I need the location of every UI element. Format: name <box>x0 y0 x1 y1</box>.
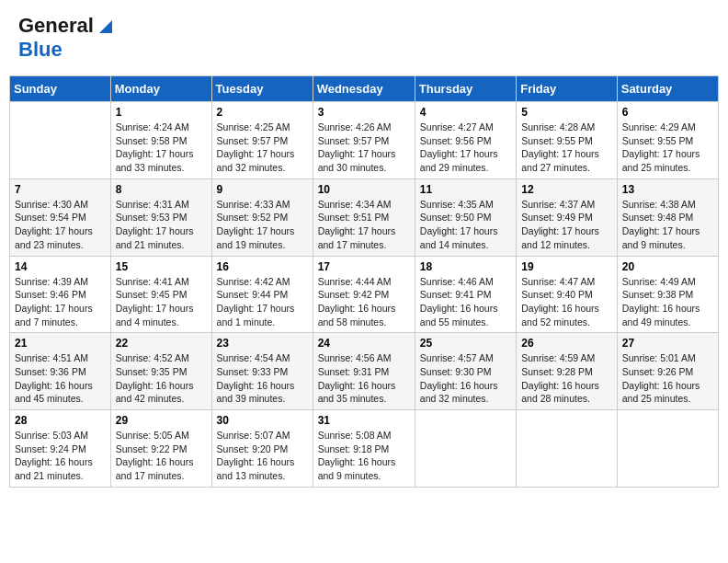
day-info: Sunrise: 4:41 AMSunset: 9:45 PMDaylight:… <box>116 275 207 329</box>
day-number: 16 <box>217 260 308 273</box>
calendar-cell: 31 Sunrise: 5:08 AMSunset: 9:18 PMDaylig… <box>313 410 415 488</box>
calendar-table: SundayMondayTuesdayWednesdayThursdayFrid… <box>9 75 719 488</box>
day-info: Sunrise: 5:08 AMSunset: 9:18 PMDaylight:… <box>318 429 410 483</box>
day-info: Sunrise: 4:59 AMSunset: 9:28 PMDaylight:… <box>521 351 612 406</box>
day-number: 13 <box>622 183 713 196</box>
calendar-cell: 27 Sunrise: 5:01 AMSunset: 9:26 PMDaylig… <box>617 333 718 410</box>
calendar-cell: 21 Sunrise: 4:51 AMSunset: 9:36 PMDaylig… <box>10 333 111 410</box>
day-number: 22 <box>116 337 207 350</box>
calendar-cell: 7 Sunrise: 4:30 AMSunset: 9:54 PMDayligh… <box>10 178 111 256</box>
day-info: Sunrise: 4:37 AMSunset: 9:49 PMDaylight:… <box>521 198 612 252</box>
calendar-cell: 24 Sunrise: 4:56 AMSunset: 9:31 PMDaylig… <box>313 333 415 410</box>
day-number: 12 <box>521 183 612 196</box>
day-info: Sunrise: 4:56 AMSunset: 9:31 PMDaylight:… <box>318 351 410 406</box>
day-info: Sunrise: 4:44 AMSunset: 9:42 PMDaylight:… <box>318 275 410 329</box>
calendar-cell: 29 Sunrise: 5:05 AMSunset: 9:22 PMDaylig… <box>110 410 211 488</box>
day-number: 21 <box>15 337 106 350</box>
day-info: Sunrise: 4:47 AMSunset: 9:40 PMDaylight:… <box>521 275 612 329</box>
day-info: Sunrise: 4:42 AMSunset: 9:44 PMDaylight:… <box>217 275 308 329</box>
day-info: Sunrise: 5:07 AMSunset: 9:20 PMDaylight:… <box>217 429 308 483</box>
calendar-cell: 23 Sunrise: 4:54 AMSunset: 9:33 PMDaylig… <box>211 333 313 410</box>
calendar-cell: 16 Sunrise: 4:42 AMSunset: 9:44 PMDaylig… <box>211 256 313 333</box>
calendar-cell: 18 Sunrise: 4:46 AMSunset: 9:41 PMDaylig… <box>415 256 516 333</box>
day-info: Sunrise: 4:34 AMSunset: 9:51 PMDaylight:… <box>318 198 410 252</box>
day-number: 11 <box>420 183 511 196</box>
calendar-cell: 3 Sunrise: 4:26 AMSunset: 9:57 PMDayligh… <box>313 102 415 179</box>
calendar-cell <box>415 410 516 488</box>
day-info: Sunrise: 5:05 AMSunset: 9:22 PMDaylight:… <box>116 429 207 483</box>
day-number: 9 <box>217 183 308 196</box>
calendar-cell: 22 Sunrise: 4:52 AMSunset: 9:35 PMDaylig… <box>110 333 211 410</box>
day-number: 31 <box>318 414 410 427</box>
calendar-week-row: 28 Sunrise: 5:03 AMSunset: 9:24 PMDaylig… <box>10 410 719 488</box>
calendar-week-row: 14 Sunrise: 4:39 AMSunset: 9:46 PMDaylig… <box>10 256 719 333</box>
calendar-cell: 26 Sunrise: 4:59 AMSunset: 9:28 PMDaylig… <box>517 333 618 410</box>
day-number: 7 <box>15 183 106 196</box>
day-number: 8 <box>116 183 207 196</box>
day-info: Sunrise: 4:54 AMSunset: 9:33 PMDaylight:… <box>217 351 308 406</box>
col-header-tuesday: Tuesday <box>211 76 313 102</box>
day-info: Sunrise: 4:52 AMSunset: 9:35 PMDaylight:… <box>116 351 207 406</box>
col-header-saturday: Saturday <box>617 76 718 102</box>
day-number: 24 <box>318 337 410 350</box>
calendar-cell: 1 Sunrise: 4:24 AMSunset: 9:58 PMDayligh… <box>110 102 211 179</box>
day-number: 26 <box>521 337 612 350</box>
logo-arrow-icon <box>96 17 112 33</box>
logo-blue-text: Blue <box>18 38 63 61</box>
day-info: Sunrise: 4:57 AMSunset: 9:30 PMDaylight:… <box>420 351 511 406</box>
calendar-cell: 13 Sunrise: 4:38 AMSunset: 9:48 PMDaylig… <box>617 178 718 256</box>
calendar-week-row: 7 Sunrise: 4:30 AMSunset: 9:54 PMDayligh… <box>10 178 719 256</box>
day-info: Sunrise: 4:29 AMSunset: 9:55 PMDaylight:… <box>622 121 713 175</box>
day-number: 20 <box>622 260 713 273</box>
day-number: 6 <box>622 106 713 119</box>
day-number: 19 <box>521 260 612 273</box>
calendar-cell: 8 Sunrise: 4:31 AMSunset: 9:53 PMDayligh… <box>110 178 211 256</box>
calendar-cell: 2 Sunrise: 4:25 AMSunset: 9:57 PMDayligh… <box>211 102 313 179</box>
col-header-wednesday: Wednesday <box>313 76 415 102</box>
calendar-cell <box>517 410 618 488</box>
calendar-cell: 4 Sunrise: 4:27 AMSunset: 9:56 PMDayligh… <box>415 102 516 179</box>
day-info: Sunrise: 4:51 AMSunset: 9:36 PMDaylight:… <box>15 351 106 406</box>
col-header-sunday: Sunday <box>10 76 111 102</box>
calendar-cell: 10 Sunrise: 4:34 AMSunset: 9:51 PMDaylig… <box>313 178 415 256</box>
day-info: Sunrise: 5:01 AMSunset: 9:26 PMDaylight:… <box>622 351 713 406</box>
day-number: 25 <box>420 337 511 350</box>
day-info: Sunrise: 4:27 AMSunset: 9:56 PMDaylight:… <box>420 121 511 175</box>
calendar-cell: 30 Sunrise: 5:07 AMSunset: 9:20 PMDaylig… <box>211 410 313 488</box>
col-header-thursday: Thursday <box>415 76 516 102</box>
calendar-cell: 5 Sunrise: 4:28 AMSunset: 9:55 PMDayligh… <box>517 102 618 179</box>
day-info: Sunrise: 4:28 AMSunset: 9:55 PMDaylight:… <box>521 121 612 175</box>
day-number: 29 <box>116 414 207 427</box>
calendar-cell <box>617 410 718 488</box>
day-info: Sunrise: 5:03 AMSunset: 9:24 PMDaylight:… <box>15 429 106 483</box>
day-number: 23 <box>217 337 308 350</box>
day-info: Sunrise: 4:33 AMSunset: 9:52 PMDaylight:… <box>217 198 308 252</box>
calendar-cell: 17 Sunrise: 4:44 AMSunset: 9:42 PMDaylig… <box>313 256 415 333</box>
page-header: General Blue <box>9 9 719 66</box>
day-number: 30 <box>217 414 308 427</box>
col-header-monday: Monday <box>110 76 211 102</box>
day-number: 18 <box>420 260 511 273</box>
calendar-cell: 25 Sunrise: 4:57 AMSunset: 9:30 PMDaylig… <box>415 333 516 410</box>
calendar-cell: 9 Sunrise: 4:33 AMSunset: 9:52 PMDayligh… <box>211 178 313 256</box>
day-info: Sunrise: 4:35 AMSunset: 9:50 PMDaylight:… <box>420 198 511 252</box>
day-info: Sunrise: 4:24 AMSunset: 9:58 PMDaylight:… <box>116 121 207 175</box>
day-number: 15 <box>116 260 207 273</box>
logo-general-text: General <box>18 14 94 38</box>
day-info: Sunrise: 4:46 AMSunset: 9:41 PMDaylight:… <box>420 275 511 329</box>
day-info: Sunrise: 4:38 AMSunset: 9:48 PMDaylight:… <box>622 198 713 252</box>
calendar-cell: 19 Sunrise: 4:47 AMSunset: 9:40 PMDaylig… <box>517 256 618 333</box>
calendar-week-row: 1 Sunrise: 4:24 AMSunset: 9:58 PMDayligh… <box>10 102 719 179</box>
calendar-cell <box>10 102 111 179</box>
calendar-week-row: 21 Sunrise: 4:51 AMSunset: 9:36 PMDaylig… <box>10 333 719 410</box>
day-info: Sunrise: 4:26 AMSunset: 9:57 PMDaylight:… <box>318 121 410 175</box>
col-header-friday: Friday <box>517 76 618 102</box>
day-number: 1 <box>116 106 207 119</box>
day-number: 10 <box>318 183 410 196</box>
calendar-cell: 6 Sunrise: 4:29 AMSunset: 9:55 PMDayligh… <box>617 102 718 179</box>
day-number: 27 <box>622 337 713 350</box>
day-info: Sunrise: 4:49 AMSunset: 9:38 PMDaylight:… <box>622 275 713 329</box>
day-number: 4 <box>420 106 511 119</box>
calendar-cell: 12 Sunrise: 4:37 AMSunset: 9:49 PMDaylig… <box>517 178 618 256</box>
day-info: Sunrise: 4:30 AMSunset: 9:54 PMDaylight:… <box>15 198 106 252</box>
